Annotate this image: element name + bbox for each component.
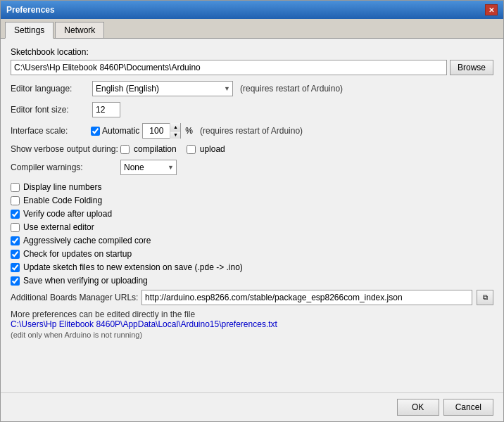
checkbox-verify-code: Verify code after upload (11, 209, 493, 219)
cancel-button[interactable]: Cancel (443, 399, 493, 416)
aggressively-cache-label: Aggressively cache compiled core (23, 236, 151, 245)
scale-spinbox: ▲ ▼ (142, 123, 181, 139)
prefs-file-link[interactable]: C:\Users\Hp Elitebook 8460P\AppData\Loca… (11, 319, 277, 329)
checkbox-external-editor: Use external editor (11, 222, 493, 232)
boards-icon: ⧉ (483, 293, 488, 302)
save-verifying-label: Save when verifying or uploading (23, 276, 148, 286)
title-bar: Preferences ✕ (1, 1, 503, 19)
external-editor-label: Use external editor (23, 222, 94, 232)
compiler-warnings-select-wrapper: None Default More All (120, 160, 177, 175)
more-prefs-line1: More preferences can be edited directly … (11, 309, 493, 319)
update-sketch-checkbox[interactable] (11, 263, 20, 272)
sketchbook-label: Sketchbook location: (11, 47, 493, 57)
checkbox-aggressively-cache: Aggressively cache compiled core (11, 236, 493, 245)
sketchbook-section: Sketchbook location: Browse (11, 47, 493, 75)
checkbox-update-sketch: Update sketch files to new extension on … (11, 262, 493, 272)
verbose-row: Show verbose output during: compilation … (11, 144, 493, 154)
verbose-label: Show verbose output during: (11, 144, 116, 154)
settings-content: Sketchbook location: Browse Editor langu… (1, 39, 503, 392)
scale-unit: % (185, 126, 193, 136)
editor-font-size-label: Editor font size: (11, 105, 88, 115)
tab-bar: Settings Network (1, 19, 503, 39)
interface-scale-label: Interface scale: (11, 126, 88, 136)
check-updates-checkbox[interactable] (11, 250, 20, 259)
aggressively-cache-checkbox[interactable] (11, 236, 20, 245)
footer: OK Cancel (1, 392, 503, 421)
boards-manager-icon-button[interactable]: ⧉ (477, 290, 493, 305)
spin-up-button[interactable]: ▲ (170, 123, 180, 132)
scale-value-input[interactable] (143, 126, 170, 136)
automatic-checkbox-wrap: Automatic (91, 126, 139, 136)
more-prefs-path: C:\Users\Hp Elitebook 8460P\AppData\Loca… (11, 319, 493, 329)
tab-network[interactable]: Network (55, 22, 104, 38)
more-prefs-section: More preferences can be edited directly … (11, 309, 493, 329)
automatic-label: Automatic (102, 126, 139, 136)
sketchbook-input-row: Browse (11, 60, 493, 75)
edit-note: (edit only when Arduino is not running) (11, 331, 493, 339)
editor-language-note: (requires restart of Arduino) (240, 84, 343, 94)
automatic-checkbox[interactable] (91, 127, 100, 136)
checkboxes-section: Display line numbers Enable Code Folding… (11, 182, 493, 286)
update-sketch-label: Update sketch files to new extension on … (23, 262, 243, 272)
save-verifying-checkbox[interactable] (11, 276, 20, 286)
interface-scale-row: Interface scale: Automatic ▲ ▼ % (requir… (11, 123, 493, 139)
verbose-compilation-label: compilation (134, 144, 177, 154)
window-title: Preferences (6, 5, 55, 15)
compiler-warnings-label: Compiler warnings: (11, 162, 116, 172)
editor-language-select[interactable]: English (English) System Default (92, 81, 233, 96)
check-updates-label: Check for updates on startup (23, 249, 132, 259)
preferences-window: Preferences ✕ Settings Network Sketchboo… (0, 0, 504, 422)
verbose-upload-checkbox[interactable] (187, 145, 196, 154)
boards-manager-row: Additional Boards Manager URLs: ⧉ (11, 290, 493, 305)
checkbox-check-updates: Check for updates on startup (11, 249, 493, 259)
checkbox-save-verifying: Save when verifying or uploading (11, 276, 493, 286)
editor-font-size-input[interactable] (92, 102, 120, 117)
close-button[interactable]: ✕ (485, 4, 498, 15)
editor-language-label: Editor language: (11, 84, 88, 94)
sketchbook-input[interactable] (11, 60, 447, 75)
enable-code-folding-checkbox[interactable] (11, 196, 20, 205)
browse-button[interactable]: Browse (450, 60, 493, 75)
tab-settings[interactable]: Settings (5, 22, 53, 39)
boards-manager-input[interactable] (141, 290, 472, 305)
ok-button[interactable]: OK (397, 399, 439, 416)
display-line-numbers-label: Display line numbers (23, 182, 101, 192)
verify-code-label: Verify code after upload (23, 209, 112, 219)
boards-manager-label: Additional Boards Manager URLs: (11, 293, 137, 302)
checkbox-enable-code-folding: Enable Code Folding (11, 196, 493, 205)
editor-font-size-row: Editor font size: (11, 102, 493, 117)
editor-language-row: Editor language: English (English) Syste… (11, 81, 493, 96)
display-line-numbers-checkbox[interactable] (11, 183, 20, 192)
verify-code-checkbox[interactable] (11, 210, 20, 219)
spin-down-button[interactable]: ▼ (170, 132, 180, 139)
verbose-compilation-checkbox[interactable] (120, 145, 130, 154)
enable-code-folding-label: Enable Code Folding (23, 196, 102, 205)
compiler-warnings-row: Compiler warnings: None Default More All (11, 160, 493, 175)
external-editor-checkbox[interactable] (11, 223, 20, 232)
verbose-upload-label: upload (200, 144, 225, 154)
compiler-warnings-select[interactable]: None Default More All (120, 160, 177, 175)
checkbox-display-line-numbers: Display line numbers (11, 182, 493, 192)
spinbox-arrows: ▲ ▼ (170, 123, 180, 139)
scale-note: (requires restart of Arduino) (200, 126, 303, 136)
editor-language-select-wrapper: English (English) System Default (92, 81, 233, 96)
